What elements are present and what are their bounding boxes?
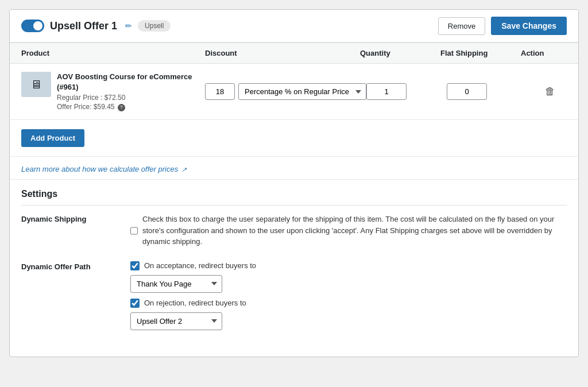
acceptance-label: On acceptance, redirect buyers to — [144, 261, 256, 270]
product-offer-price: Offer Price: $59.45 ? — [57, 103, 205, 111]
learn-more-link[interactable]: Learn more about how we calculate offer … — [21, 165, 187, 173]
product-cell: 🖥 AOV Boosting Course for eCommerce (#96… — [21, 72, 205, 111]
col-action: Action — [521, 49, 567, 57]
offer-header: Upsell Offer 1 ✏ Upsell Remove Save Chan… — [10, 10, 578, 42]
quantity-cell — [366, 83, 447, 100]
edit-icon[interactable]: ✏ — [125, 21, 132, 30]
col-discount: Discount — [205, 49, 360, 57]
dynamic-shipping-label: Dynamic Shipping — [21, 214, 125, 223]
rejection-redirect-select[interactable]: Upsell Offer 2 Thank You Page Custom URL — [130, 312, 222, 330]
discount-type-select[interactable]: Percentage % on Regular Price Fixed Amou… — [238, 83, 366, 100]
quantity-input[interactable] — [366, 83, 407, 100]
acceptance-checkbox-row: On acceptance, redirect buyers to — [130, 261, 567, 270]
col-product: Product — [21, 49, 205, 57]
rejection-label: On rejection, redirect buyers to — [144, 299, 246, 307]
col-quantity: Quantity — [360, 49, 440, 57]
product-regular-price: Regular Price : $72.50 — [57, 94, 205, 102]
offer-toggle[interactable] — [21, 20, 44, 32]
remove-button[interactable]: Remove — [438, 17, 485, 35]
acceptance-redirect-select[interactable]: Thank You Page Custom URL — [130, 275, 222, 293]
dynamic-shipping-checkbox[interactable] — [130, 226, 138, 235]
product-info: AOV Boosting Course for eCommerce (#961)… — [57, 72, 205, 111]
table-header: Product Discount Quantity Flat Shipping … — [10, 42, 578, 64]
add-product-button[interactable]: Add Product — [21, 129, 84, 147]
table-row: 🖥 AOV Boosting Course for eCommerce (#96… — [10, 64, 578, 120]
flat-shipping-input[interactable] — [447, 83, 487, 100]
dynamic-shipping-row: Dynamic Shipping Check this box to charg… — [21, 214, 567, 252]
action-cell: 🗑 — [527, 83, 573, 100]
offer-title: Upsell Offer 1 — [50, 20, 117, 32]
rejection-checkbox-row: On rejection, redirect buyers to — [130, 299, 567, 308]
shipping-cell — [447, 83, 527, 100]
col-flat-shipping: Flat Shipping — [440, 49, 521, 57]
settings-section: Settings Dynamic Shipping Check this box… — [10, 180, 578, 357]
product-name: AOV Boosting Course for eCommerce (#961) — [57, 72, 205, 92]
add-product-section: Add Product — [10, 120, 578, 157]
dynamic-offer-path-row: Dynamic Offer Path On acceptance, redire… — [21, 261, 567, 336]
rejection-checkbox[interactable] — [130, 299, 140, 308]
discount-cell: Percentage % on Regular Price Fixed Amou… — [205, 83, 366, 100]
discount-value-input[interactable] — [205, 83, 235, 100]
dynamic-shipping-checkbox-row: Check this box to charge the user separa… — [130, 214, 567, 247]
dynamic-shipping-desc: Check this box to charge the user separa… — [142, 214, 567, 247]
delete-row-button[interactable]: 🗑 — [543, 83, 558, 100]
save-button[interactable]: Save Changes — [491, 17, 567, 35]
dynamic-shipping-content: Check this box to charge the user separa… — [130, 214, 567, 252]
dynamic-offer-path-content: On acceptance, redirect buyers to Thank … — [130, 261, 567, 336]
product-thumbnail: 🖥 — [21, 72, 51, 97]
external-link-icon: ↗ — [181, 166, 187, 173]
acceptance-checkbox[interactable] — [130, 261, 140, 270]
settings-title: Settings — [21, 189, 567, 206]
learn-more-section: Learn more about how we calculate offer … — [10, 157, 578, 180]
dynamic-offer-path-label: Dynamic Offer Path — [21, 261, 125, 271]
info-icon[interactable]: ? — [118, 104, 125, 111]
offer-type-badge: Upsell — [138, 20, 171, 32]
